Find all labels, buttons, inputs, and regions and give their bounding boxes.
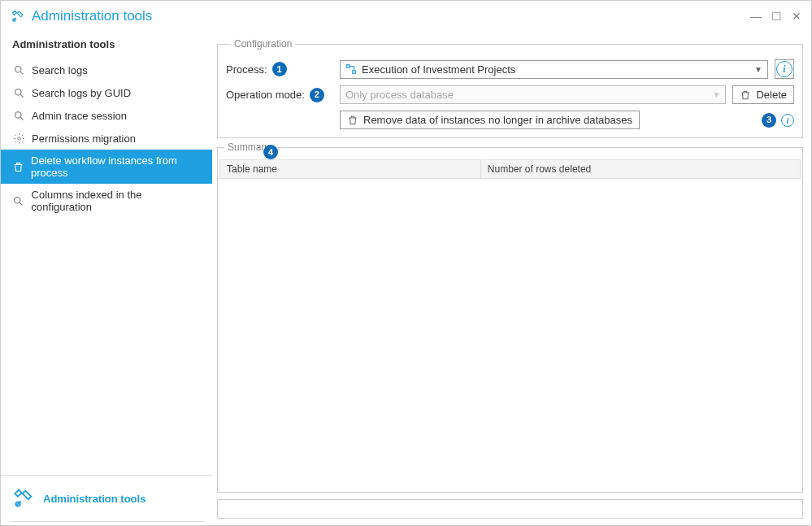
- column-rows-deleted[interactable]: Number of rows deleted: [481, 160, 800, 178]
- annotation-badge-4: 4: [263, 145, 278, 159]
- delete-button-label: Delete: [756, 89, 787, 101]
- sidebar-item-search-logs[interactable]: Search logs: [1, 59, 212, 81]
- operation-row: Operation mode: 2 Only process database …: [226, 85, 794, 104]
- sidebar-item-label: Admin trace session: [32, 110, 127, 122]
- summary-table: Table name Number of rows deleted: [219, 159, 801, 489]
- sidebar-header: Administration tools: [1, 35, 212, 59]
- info-icon: i: [776, 61, 792, 77]
- summary-group: Summary 4 Table name Number of rows dele…: [217, 141, 803, 493]
- svg-point-1: [15, 66, 21, 72]
- trash-icon: [740, 89, 751, 101]
- app-window: Administration tools — ☐ ✕ Administratio…: [0, 0, 812, 526]
- process-info-button[interactable]: i: [775, 59, 794, 79]
- svg-point-2: [15, 89, 21, 95]
- annotation-badge-1: 1: [272, 62, 287, 76]
- tools-icon: [11, 9, 25, 24]
- sidebar-item-label: Permissions migration: [32, 133, 136, 145]
- tools-icon: [12, 487, 35, 510]
- sidebar-item-label: Delete workflow instances from process: [31, 154, 201, 179]
- trash-icon: [12, 160, 24, 173]
- remove-archive-button[interactable]: Remove data of instances no longer in ar…: [340, 111, 640, 129]
- divider: [9, 521, 204, 522]
- minimize-button[interactable]: —: [750, 10, 762, 23]
- operation-select: Only process database ▼: [340, 85, 726, 104]
- svg-rect-7: [347, 65, 350, 68]
- sidebar-item-delete-workflow[interactable]: Delete workflow instances from process: [1, 150, 212, 184]
- sidebar: Administration tools Search logs Search …: [1, 32, 212, 525]
- process-row: Process: 1 Execution of Investment Proje…: [226, 59, 794, 79]
- close-button[interactable]: ✕: [792, 10, 801, 23]
- sidebar-item-search-logs-guid[interactable]: Search logs by GUID: [1, 81, 212, 104]
- operation-label: Operation mode:: [226, 89, 305, 101]
- delete-button[interactable]: Delete: [732, 85, 794, 104]
- sidebar-item-label: Search logs: [32, 64, 88, 76]
- chevron-down-icon: ▼: [713, 90, 721, 99]
- search-icon: [12, 194, 25, 207]
- remove-row: Remove data of instances no longer in ar…: [226, 111, 794, 129]
- configuration-legend: Configuration: [231, 38, 295, 50]
- svg-rect-8: [353, 71, 356, 74]
- annotation-badge-2: 2: [310, 88, 324, 102]
- sidebar-footer[interactable]: Administration tools: [1, 475, 212, 521]
- search-icon: [12, 86, 25, 99]
- operation-value: Only process database: [345, 89, 454, 101]
- sidebar-item-label: Columns indexed in the configuration: [32, 189, 201, 213]
- status-bar: [217, 499, 803, 519]
- svg-point-3: [15, 111, 21, 118]
- trash-icon: [347, 115, 358, 126]
- title-bar: Administration tools — ☐ ✕: [1, 1, 811, 32]
- window-controls: — ☐ ✕: [750, 10, 801, 23]
- workflow-icon: [345, 63, 357, 75]
- sidebar-item-columns-indexed[interactable]: Columns indexed in the configuration: [1, 184, 212, 218]
- svg-point-4: [17, 137, 20, 140]
- gear-icon: [12, 132, 25, 145]
- configuration-group: Configuration Process: 1 Execution of In…: [217, 38, 803, 138]
- sidebar-footer-label: Administration tools: [43, 493, 145, 505]
- search-icon: [12, 109, 25, 122]
- annotation-badge-3: 3: [762, 113, 776, 128]
- chevron-down-icon: ▼: [754, 65, 762, 74]
- svg-point-5: [15, 197, 21, 203]
- process-select[interactable]: Execution of Investment Projects ▼: [340, 60, 768, 79]
- main-panel: Configuration Process: 1 Execution of In…: [212, 32, 811, 525]
- column-table-name[interactable]: Table name: [220, 160, 481, 178]
- info-icon[interactable]: i: [781, 114, 794, 127]
- remove-button-label: Remove data of instances no longer in ar…: [363, 114, 632, 126]
- maximize-button[interactable]: ☐: [771, 10, 782, 23]
- sidebar-item-admin-trace[interactable]: Admin trace session: [1, 104, 212, 127]
- sidebar-item-permissions-migration[interactable]: Permissions migration: [1, 127, 212, 150]
- search-icon: [12, 63, 25, 76]
- window-title: Administration tools: [32, 8, 152, 24]
- table-header: Table name Number of rows deleted: [219, 159, 801, 179]
- process-value: Execution of Investment Projects: [362, 63, 515, 76]
- nav-list: Search logs Search logs by GUID Admin tr…: [1, 59, 212, 218]
- process-label: Process:: [226, 63, 267, 76]
- sidebar-item-label: Search logs by GUID: [32, 87, 131, 99]
